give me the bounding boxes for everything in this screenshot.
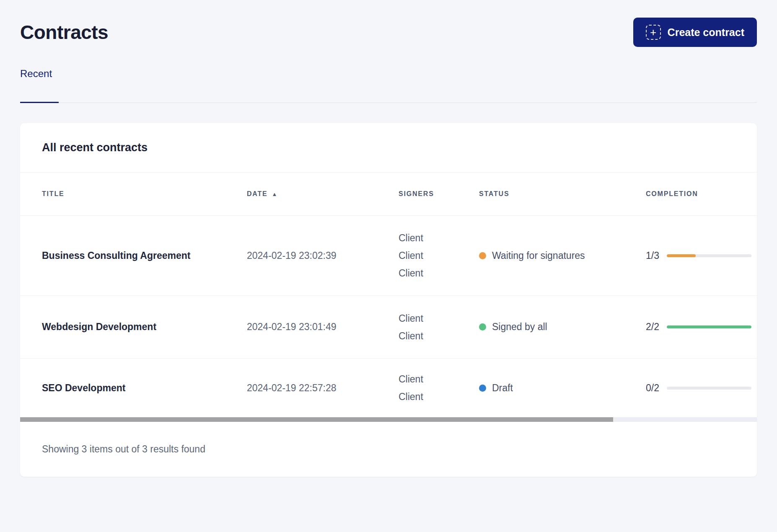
card-title: All recent contracts (42, 141, 148, 154)
status-dot (479, 252, 486, 259)
column-header-title: Title (42, 190, 247, 198)
contract-signers: Client Client (399, 370, 479, 405)
contract-title: Webdesign Development (42, 321, 247, 333)
completion-label: 0/2 (646, 382, 667, 394)
contracts-page: Contracts + Create contract Recent All r… (0, 18, 777, 477)
contract-completion: 1/3 (646, 250, 751, 261)
plus-icon: + (646, 25, 661, 40)
column-header-signers-label: Signers (399, 190, 434, 198)
column-header-status: Status (479, 190, 646, 198)
active-tab-indicator (20, 102, 59, 103)
signer-name: Client (399, 264, 479, 282)
column-header-completion-label: Completion (646, 190, 698, 198)
contract-title: SEO Development (42, 382, 247, 394)
signer-name: Client (399, 327, 479, 345)
column-header-status-label: Status (479, 190, 509, 198)
contract-status: Waiting for signatures (479, 250, 646, 261)
completion-progress-bar (667, 387, 751, 390)
table-row[interactable]: Business Consulting Agreement 2024-02-19… (20, 216, 757, 296)
tab-recent[interactable]: Recent (20, 68, 59, 102)
page-header: Contracts + Create contract (20, 18, 757, 47)
completion-label: 1/3 (646, 250, 667, 261)
status-label: Signed by all (492, 321, 547, 333)
contract-completion: 0/2 (646, 382, 751, 394)
contract-status: Signed by all (479, 321, 646, 333)
contract-title: Business Consulting Agreement (42, 250, 247, 261)
horizontal-scrollbar[interactable] (20, 417, 757, 422)
signer-name: Client (399, 388, 479, 405)
contract-date: 2024-02-19 22:57:28 (247, 382, 399, 394)
completion-progress-bar (667, 254, 751, 257)
card-header: All recent contracts (20, 123, 757, 173)
contract-status: Draft (479, 382, 646, 394)
results-summary: Showing 3 items out of 3 results found (42, 444, 205, 455)
status-label: Waiting for signatures (492, 250, 585, 261)
signer-name: Client (399, 370, 479, 388)
sort-asc-icon: ▲ (272, 191, 278, 197)
signer-name: Client (399, 310, 479, 327)
completion-progress-bar (667, 325, 751, 328)
signer-name: Client (399, 229, 479, 247)
scrollbar-thumb[interactable] (20, 417, 613, 422)
contract-completion: 2/2 (646, 321, 751, 333)
completion-progress-fill (667, 325, 751, 328)
column-header-signers: Signers (399, 190, 479, 198)
status-dot (479, 385, 486, 392)
contract-signers: Client Client Client (399, 229, 479, 282)
table-header-row: Title Date ▲ Signers Status Completion (20, 173, 757, 216)
page-title: Contracts (20, 21, 108, 44)
contract-date: 2024-02-19 23:02:39 (247, 250, 399, 261)
card-footer: Showing 3 items out of 3 results found (20, 422, 757, 477)
contract-date: 2024-02-19 23:01:49 (247, 321, 399, 333)
create-contract-button[interactable]: + Create contract (633, 18, 757, 47)
signer-name: Client (399, 247, 479, 264)
column-header-title-label: Title (42, 190, 64, 198)
status-label: Draft (492, 382, 513, 394)
completion-progress-fill (667, 254, 696, 257)
recent-contracts-card: All recent contracts Title Date ▲ Signer… (20, 123, 757, 477)
column-header-completion: Completion (646, 190, 751, 198)
column-header-date[interactable]: Date ▲ (247, 190, 399, 198)
table-row[interactable]: SEO Development 2024-02-19 22:57:28 Clie… (20, 359, 757, 417)
tabs-bar: Recent (20, 68, 757, 103)
contract-signers: Client Client (399, 310, 479, 345)
column-header-date-label: Date (247, 190, 268, 198)
status-dot (479, 323, 486, 331)
create-contract-label: Create contract (668, 26, 744, 39)
tab-recent-label: Recent (20, 68, 52, 79)
table-row[interactable]: Webdesign Development 2024-02-19 23:01:4… (20, 296, 757, 359)
completion-label: 2/2 (646, 321, 667, 333)
